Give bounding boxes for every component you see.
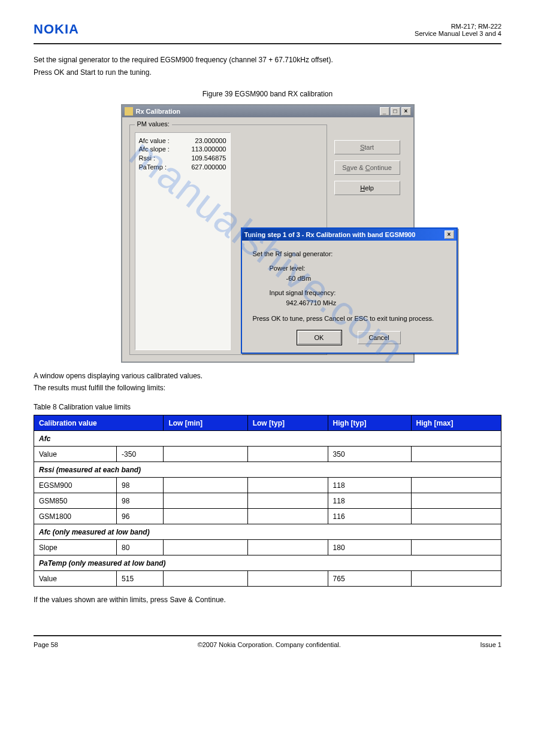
th-low-min: Low [min] [164, 415, 247, 431]
th-low-typ: Low [typ] [247, 415, 328, 431]
pm-label: PaTemp : [139, 163, 167, 172]
pm-row: Afc value : 23.000000 [139, 136, 226, 145]
page-footer: Page 58 ©2007 Nokia Corporation. Company… [34, 635, 501, 648]
maximize-button[interactable]: □ [391, 107, 400, 116]
footer-center: ©2007 Nokia Corporation. Company confide… [198, 641, 341, 648]
header-right-text: RM-217; RM-222 Service Manual Level 3 an… [415, 23, 501, 37]
pm-legend: PM values: [135, 120, 172, 127]
freq-value: 942.467710 MHz [286, 298, 446, 308]
dialog-title: Tuning step 1 of 3 - Rx Calibration with… [244, 231, 416, 238]
cancel-button[interactable]: Cancel [358, 331, 401, 344]
window-title: Rx Calibration [136, 108, 181, 115]
footer-right: Issue 1 [480, 641, 501, 648]
table-row: Value -350 350 [34, 447, 501, 462]
band-row: Rssi (measured at each band) [34, 462, 501, 478]
page-header: NOKIA RM-217; RM-222 Service Manual Leve… [34, 22, 501, 44]
table-row: GSM1800 96 116 [34, 509, 501, 524]
intro-line-2: Press OK and Start to run the tuning. [34, 68, 501, 78]
dialog-close-button[interactable]: × [445, 230, 454, 239]
table-row: EGSM900 98 118 [34, 478, 501, 493]
intro-text: Set the signal generator to the required… [34, 55, 501, 78]
after-p1: A window opens displaying various calibr… [34, 371, 501, 381]
pm-value: 113.000000 [191, 145, 226, 154]
rx-calibration-window: Rx Calibration _ □ × PM values: Afc valu… [121, 104, 415, 363]
after-p2: The results must fulfill the following l… [34, 383, 501, 393]
table-row: Slope 80 180 [34, 540, 501, 555]
end-note: If the values shown are within limits, p… [34, 595, 501, 605]
th-high-typ: High [typ] [328, 415, 411, 431]
limits-table: Calibration value Low [min] Low [typ] Hi… [34, 415, 501, 587]
pm-row: PaTemp : 627.000000 [139, 163, 226, 172]
pm-values-panel: Afc value : 23.000000 Afc slope : 113.00… [135, 132, 231, 350]
intro-line-1: Set the signal generator to the required… [34, 55, 501, 65]
power-level-value: -60 dBm [286, 274, 446, 284]
th-calibration-value: Calibration value [34, 415, 164, 431]
pm-label: Rssi : [139, 154, 156, 163]
band-row: Afc [34, 431, 501, 447]
dialog-instruction-2: Press OK to tune, press Cancel or ESC to… [253, 314, 446, 324]
pm-value: 23.000000 [195, 136, 226, 145]
close-button[interactable]: × [401, 107, 411, 116]
band-row: Afc (only measured at low band) [34, 524, 501, 540]
limits-tbody: Afc Value -350 350 Rssi (measured at eac… [34, 431, 501, 587]
tuning-step-dialog: Tuning step 1 of 3 - Rx Calibration with… [241, 227, 458, 354]
ok-button[interactable]: OK [298, 331, 341, 344]
nokia-logo: NOKIA [34, 22, 79, 37]
figure-caption: Figure 39 EGSM900 band RX calibration [34, 90, 501, 98]
pm-row: Afc slope : 113.000000 [139, 145, 226, 154]
footer-left: Page 58 [34, 641, 58, 648]
pm-label: Afc slope : [139, 145, 170, 154]
save-continue-button[interactable]: Save & Continue [334, 160, 400, 175]
start-button[interactable]: Start [334, 140, 400, 154]
th-high-max: High [max] [411, 415, 501, 431]
pm-value: 627.000000 [191, 163, 226, 172]
power-level-label: Power level: [270, 263, 446, 274]
dialog-titlebar: Tuning step 1 of 3 - Rx Calibration with… [242, 229, 457, 241]
app-icon [125, 107, 133, 116]
help-button[interactable]: Help [334, 181, 400, 195]
window-titlebar: Rx Calibration _ □ × [122, 105, 413, 117]
pm-value: 109.546875 [191, 154, 226, 163]
freq-label: Input signal frequency: [270, 288, 446, 298]
table-row: Value 515 765 [34, 571, 501, 587]
dialog-instruction-1: Set the Rf signal generator: [253, 249, 446, 259]
table-row: GSM850 98 118 [34, 493, 501, 509]
table-caption: Table 8 Calibration value limits [34, 403, 501, 411]
pm-row: Rssi : 109.546875 [139, 154, 226, 163]
minimize-button[interactable]: _ [380, 107, 389, 116]
band-row: PaTemp (only measured at low band) [34, 555, 501, 571]
pm-label: Afc value : [139, 136, 170, 145]
